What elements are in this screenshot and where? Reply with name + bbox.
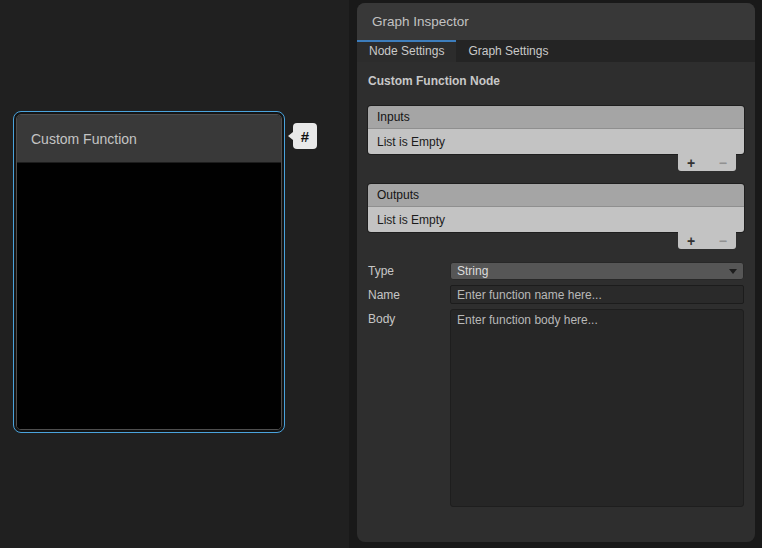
name-label: Name [368,288,450,302]
outputs-list-footer: + − [678,232,736,249]
type-field-row: Type String [368,262,744,280]
inspector-tabbar: Node Settings Graph Settings [357,40,755,62]
hash-icon: # [301,128,309,145]
type-dropdown[interactable]: String [450,262,744,280]
inspector-titlebar[interactable]: Graph Inspector [357,3,755,40]
outputs-empty-row: List is Empty [368,207,744,232]
node-preview-area [17,163,281,429]
chevron-down-icon [729,269,737,274]
outputs-add-button[interactable]: + [687,234,695,248]
inputs-list-header[interactable]: Inputs [368,106,744,129]
outputs-list-block: Outputs List is Empty + − [368,184,744,249]
type-label: Type [368,264,450,278]
inputs-empty-label: List is Empty [377,135,445,149]
tab-graph-settings-label: Graph Settings [468,44,548,58]
inspector-title: Graph Inspector [372,14,469,29]
inputs-list: Inputs List is Empty [368,106,744,154]
inputs-empty-row: List is Empty [368,129,744,154]
tab-graph-settings[interactable]: Graph Settings [456,40,560,62]
graph-inspector-panel: Graph Inspector Node Settings Graph Sett… [357,3,755,542]
inputs-list-block: Inputs List is Empty + − [368,106,744,171]
body-label: Body [368,312,450,326]
outputs-list: Outputs List is Empty [368,184,744,232]
name-field-row: Name [368,285,744,304]
function-name-input[interactable] [450,285,744,304]
outputs-remove-button[interactable]: − [719,234,727,248]
tab-node-settings[interactable]: Node Settings [357,40,456,62]
tab-node-settings-label: Node Settings [369,44,444,58]
node-frame: Custom Function [16,114,282,430]
section-title: Custom Function Node [368,62,744,88]
function-fields: Type String Name Body [368,262,744,507]
inputs-remove-button[interactable]: − [719,156,727,170]
inputs-header-label: Inputs [377,110,410,124]
outputs-list-header[interactable]: Outputs [368,184,744,207]
type-dropdown-value: String [457,264,488,278]
body-field-row: Body [368,309,744,507]
node-header[interactable]: Custom Function [17,115,281,163]
node-hash-badge-button[interactable]: # [293,123,317,149]
outputs-empty-label: List is Empty [377,213,445,227]
inputs-list-footer: + − [678,154,736,171]
inspector-dock-zone: Graph Inspector Node Settings Graph Sett… [349,0,762,548]
inputs-add-button[interactable]: + [687,156,695,170]
inspector-content: Custom Function Node Inputs List is Empt… [357,62,755,507]
outputs-header-label: Outputs [377,188,419,202]
shader-graph-window: Custom Function # Graph Inspector Node S… [0,0,762,548]
function-body-textarea[interactable] [450,309,744,507]
node-title: Custom Function [31,131,137,147]
custom-function-node[interactable]: Custom Function [13,111,285,433]
